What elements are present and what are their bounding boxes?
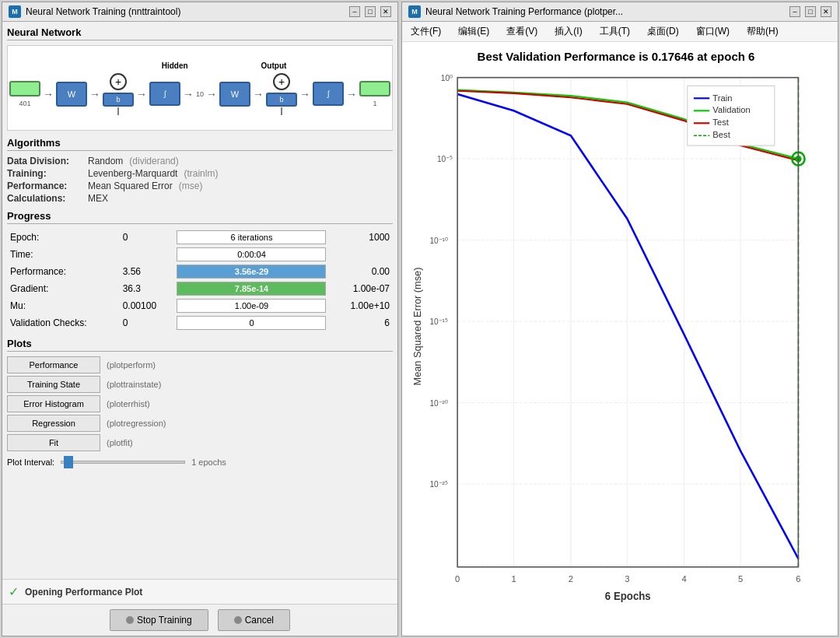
mu-bar: 1.00e-09 xyxy=(177,299,326,313)
menu-desktop[interactable]: 桌面(D) xyxy=(645,24,681,39)
stop-training-button[interactable]: Stop Training xyxy=(110,609,208,631)
mu-right: 1.00e+10 xyxy=(329,297,393,314)
maximize-button[interactable]: □ xyxy=(365,6,376,17)
nn-bias2-box: b xyxy=(266,93,297,107)
svg-text:10⁰: 10⁰ xyxy=(441,74,453,82)
minimize-button[interactable]: – xyxy=(349,6,360,17)
valcheck-value: 0 xyxy=(249,318,254,328)
svg-text:Best: Best xyxy=(712,130,730,139)
svg-text:3: 3 xyxy=(625,574,629,584)
algo-sub-2: (mse) xyxy=(179,181,203,191)
arrow-3: → xyxy=(136,88,147,100)
svg-text:Train: Train xyxy=(712,93,732,102)
plot-row-regression: Regression (plotregression) xyxy=(7,415,393,432)
plot-interval-row: Plot Interval: 1 epochs xyxy=(7,454,393,470)
menu-help[interactable]: 帮助(H) xyxy=(744,24,781,39)
algorithms-section: Algorithms Data Division: Random (divide… xyxy=(7,137,393,204)
plots-header: Plots xyxy=(7,338,393,352)
slider-thumb[interactable] xyxy=(64,456,73,468)
grad-bar: 7.85e-14 xyxy=(177,282,326,296)
algorithms-header: Algorithms xyxy=(7,137,393,151)
plot-row-error-hist: Error Histogram (ploterrhist) xyxy=(7,395,393,412)
status-bar: ✓ Opening Performance Plot xyxy=(2,579,397,604)
valcheck-bar: 0 xyxy=(177,316,326,330)
nn-sigmoid1-box: ∫ xyxy=(149,82,180,106)
perf-left: 3.56 xyxy=(120,263,174,280)
bottom-buttons: Stop Training Cancel xyxy=(2,604,397,636)
plot-interval-slider-container xyxy=(61,454,185,470)
perf-right: 0.00 xyxy=(329,263,393,280)
svg-text:5: 5 xyxy=(738,574,743,584)
close-button[interactable]: ✕ xyxy=(380,6,391,17)
arrow-1: → xyxy=(43,88,54,100)
progress-row-perf: Performance: 3.56 3.56e-29 0.00 xyxy=(7,263,393,280)
stop-icon xyxy=(126,616,134,624)
status-check-icon: ✓ xyxy=(9,584,19,599)
right-maximize-button[interactable]: □ xyxy=(805,6,816,17)
right-matlab-icon: M xyxy=(408,5,421,18)
valcheck-left: 0 xyxy=(120,314,174,331)
valcheck-bar-cell: 0 xyxy=(173,314,329,331)
mu-left: 0.00100 xyxy=(120,297,174,314)
algo-row-0: Data Division: Random (dividerand) xyxy=(7,156,393,167)
algo-row-1: Training: Levenberg-Marquardt (trainlm) xyxy=(7,168,393,179)
menu-window[interactable]: 窗口(W) xyxy=(694,24,732,39)
menu-file[interactable]: 文件(F) xyxy=(408,24,443,39)
chart-area: Best Validation Performance is 0.17646 a… xyxy=(402,42,838,636)
time-left xyxy=(120,246,174,263)
status-text: Opening Performance Plot xyxy=(25,587,142,598)
neural-network-section: Neural Network Hidden Output 401 xyxy=(7,26,393,131)
mu-bar-cell: 1.00e-09 xyxy=(173,297,329,314)
chart-container: Mean Squared Error (mse) 10⁰ 10⁻⁵ 10⁻¹⁰ … xyxy=(410,69,822,608)
progress-section: Progress Epoch: 0 6 iterations 1000 Time… xyxy=(7,210,393,331)
epoch-label: Epoch: xyxy=(7,229,120,246)
regression-plot-fn: (plotregression) xyxy=(107,419,166,428)
right-minimize-button[interactable]: – xyxy=(789,6,800,17)
algo-sub-1: (trainlm) xyxy=(184,168,218,179)
menu-view[interactable]: 查看(V) xyxy=(504,24,540,39)
perf-bar-cell: 3.56e-29 xyxy=(173,263,329,280)
algo-label-3: Calculations: xyxy=(7,193,85,204)
nn-adder2: + xyxy=(273,73,290,90)
algo-row-3: Calculations: MEX xyxy=(7,193,393,204)
left-panel-content: Neural Network Hidden Output 401 xyxy=(2,22,397,579)
svg-text:1: 1 xyxy=(511,574,516,584)
algo-row-2: Performance: Mean Squared Error (mse) xyxy=(7,181,393,191)
output-label: Output xyxy=(261,61,287,70)
svg-text:4: 4 xyxy=(682,574,688,584)
menu-tools[interactable]: 工具(T) xyxy=(597,24,632,39)
slider-track xyxy=(61,461,185,464)
hidden-size-label: 10 xyxy=(196,90,204,98)
cancel-label: Cancel xyxy=(245,615,274,626)
arrow-4: → xyxy=(183,88,194,100)
fit-plot-button[interactable]: Fit xyxy=(7,434,100,451)
left-window-controls: – □ ✕ xyxy=(349,6,391,17)
left-panel: M Neural Network Training (nnttraintool)… xyxy=(2,2,398,636)
svg-text:Validation: Validation xyxy=(712,105,750,114)
progress-header: Progress xyxy=(7,210,393,224)
grad-bar-cell: 7.85e-14 xyxy=(173,280,329,297)
regression-plot-button[interactable]: Regression xyxy=(7,415,100,432)
chart-title: Best Validation Performance is 0.17646 a… xyxy=(410,50,822,63)
error-histogram-plot-button[interactable]: Error Histogram xyxy=(7,395,100,412)
right-close-button[interactable]: ✕ xyxy=(821,6,831,17)
menu-insert[interactable]: 插入(I) xyxy=(552,24,584,39)
arrow-6: → xyxy=(253,88,264,100)
output-size-label: 1 xyxy=(373,100,377,107)
algo-value-0: Random xyxy=(88,156,123,167)
grad-fill: 7.85e-14 xyxy=(177,282,325,295)
matlab-icon: M xyxy=(9,5,21,18)
right-title-group: M Neural Network Training Performance (p… xyxy=(408,5,623,18)
mu-label: Mu: xyxy=(7,297,120,314)
training-state-plot-button[interactable]: Training State xyxy=(7,376,100,393)
svg-text:2: 2 xyxy=(569,574,573,584)
cancel-button[interactable]: Cancel xyxy=(218,609,290,631)
svg-text:10⁻²⁰: 10⁻²⁰ xyxy=(429,399,447,408)
algo-value-1: Levenberg-Marquardt xyxy=(88,168,177,179)
performance-plot-button[interactable]: Performance xyxy=(7,356,100,373)
plot-interval-label: Plot Interval: xyxy=(7,457,54,467)
menu-edit[interactable]: 编辑(E) xyxy=(456,24,492,39)
epoch-right: 1000 xyxy=(329,229,393,246)
left-titlebar: M Neural Network Training (nnttraintool)… xyxy=(2,2,397,22)
svg-text:0: 0 xyxy=(455,574,460,584)
